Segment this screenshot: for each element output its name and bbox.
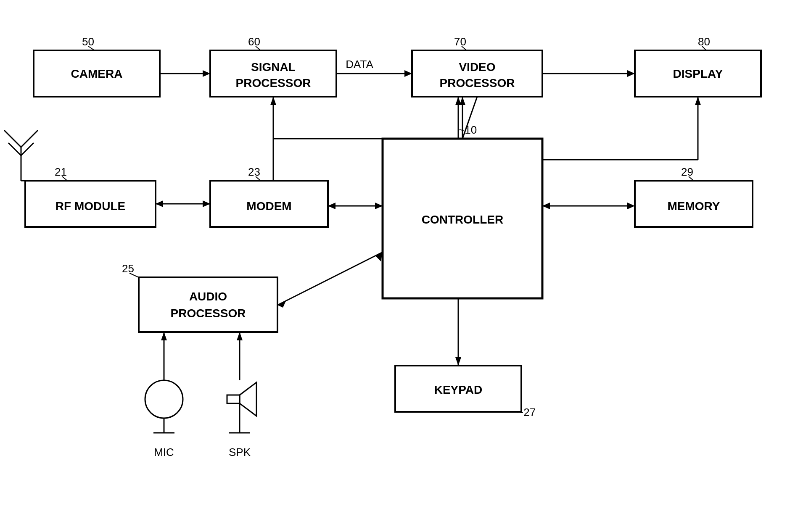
svg-line-20	[21, 130, 38, 147]
svg-marker-34	[237, 332, 243, 340]
svg-marker-28	[161, 332, 167, 340]
svg-marker-54	[375, 203, 383, 209]
svg-marker-56	[156, 200, 163, 207]
signal-processor-ref: 60	[248, 35, 260, 48]
signal-processor-block: SIGNAL PROCESSOR 60	[210, 35, 336, 97]
keypad-label: KEYPAD	[434, 383, 483, 396]
audio-processor-ref: 25	[122, 262, 134, 275]
mic-label: MIC	[154, 446, 174, 458]
svg-marker-62	[455, 357, 461, 366]
memory-label: MEMORY	[668, 200, 720, 213]
svg-marker-51	[542, 203, 550, 209]
svg-marker-64	[270, 97, 276, 105]
keypad-block: KEYPAD ~27	[395, 366, 536, 419]
rf-module-block: RF MODULE 21	[25, 166, 156, 227]
signal-processor-label2: PROCESSOR	[236, 76, 311, 90]
memory-block: MEMORY 29	[635, 166, 753, 227]
keypad-ref: ~27	[517, 406, 536, 419]
svg-marker-57	[203, 200, 210, 207]
audio-processor-label2: PROCESSOR	[171, 307, 246, 320]
camera-label: CAMERA	[71, 67, 123, 80]
svg-marker-29	[240, 382, 256, 416]
display-block: DISPLAY 80	[635, 35, 761, 97]
video-processor-label2: PROCESSOR	[440, 76, 515, 90]
rf-module-ref: 21	[55, 166, 67, 178]
antenna-icon	[4, 130, 38, 181]
data-label: DATA	[346, 58, 373, 71]
signal-processor-label1: SIGNAL	[251, 61, 296, 74]
svg-rect-30	[227, 395, 240, 403]
svg-rect-15	[139, 277, 277, 332]
svg-line-19	[4, 130, 21, 147]
video-processor-label1: VIDEO	[459, 61, 495, 74]
video-processor-block: VIDEO PROCESSOR 70	[412, 35, 542, 97]
display-label: DISPLAY	[673, 67, 723, 80]
controller-block: CONTROLLER ~10	[383, 124, 542, 298]
svg-marker-40	[627, 70, 635, 77]
memory-ref: 29	[681, 166, 693, 178]
camera-ref: 50	[82, 35, 94, 48]
modem-block: MODEM 23	[210, 166, 328, 227]
modem-ref: 23	[248, 166, 260, 178]
svg-marker-50	[627, 203, 635, 209]
svg-marker-45	[455, 97, 461, 105]
svg-line-16	[129, 273, 139, 277]
svg-marker-36	[203, 70, 210, 77]
spk-label: SPK	[229, 446, 251, 458]
mic-icon	[145, 332, 183, 433]
modem-label: MODEM	[246, 200, 291, 213]
svg-marker-38	[404, 70, 412, 77]
rf-module-label: RF MODULE	[55, 200, 125, 213]
svg-point-24	[145, 380, 183, 418]
controller-label: CONTROLLER	[422, 213, 503, 226]
svg-marker-53	[328, 203, 335, 209]
audio-processor-label1: AUDIO	[189, 290, 227, 303]
spk-icon	[227, 332, 256, 433]
audio-processor-block: AUDIO PROCESSOR 25	[122, 262, 277, 332]
display-ref: 80	[698, 35, 710, 48]
camera-block: CAMERA 50	[34, 35, 160, 97]
svg-line-58	[278, 252, 383, 305]
svg-marker-48	[695, 97, 701, 105]
video-processor-ref: 70	[454, 35, 466, 48]
diagram-container: CAMERA 50 SIGNAL PROCESSOR 60 VIDEO PROC…	[0, 0, 811, 532]
